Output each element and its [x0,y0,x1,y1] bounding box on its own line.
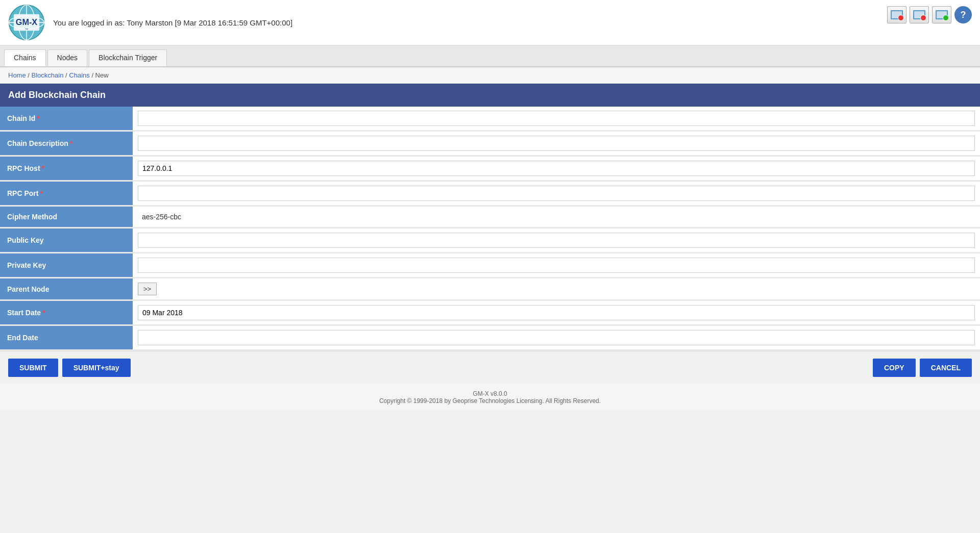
header-icon-group: ? [887,6,972,23]
footer-right-buttons: COPY CANCEL [873,359,972,377]
input-cell-rpc-port [133,181,980,206]
start-date-input[interactable] [138,305,975,320]
required-indicator: * [70,139,72,147]
input-cell-start-date [133,300,980,325]
input-cell-chain-id [133,107,980,131]
label-public-key: Public Key [0,228,133,253]
screen-remove-button[interactable] [887,6,906,23]
copy-button[interactable]: COPY [873,359,916,377]
form-table: Chain Id* Chain Description* [0,107,980,351]
submit-button[interactable]: SUBMIT [8,359,58,377]
label-rpc-host: RPC Host* [0,156,133,181]
input-cell-private-key [133,253,980,278]
app-copyright: Copyright © 1999-2018 by Geoprise Techno… [6,397,974,404]
breadcrumb-new: New [95,71,109,79]
help-button[interactable]: ? [954,6,972,23]
label-end-date: End Date [0,325,133,350]
required-indicator: * [42,309,45,317]
end-date-input[interactable] [138,330,975,345]
form-row-rpc-host: RPC Host* [0,156,980,181]
input-cell-parent-node: >> [133,278,980,300]
label-private-key: Private Key [0,253,133,278]
app-footer: GM-X v8.0.0 Copyright © 1999-2018 by Geo… [0,384,980,411]
form-row-rpc-port: RPC Port* [0,181,980,206]
chain-description-input[interactable] [138,136,975,151]
breadcrumb-blockchain[interactable]: Blockchain [32,71,64,79]
tabs-bar: Chains Nodes Blockchain Trigger [0,45,980,67]
breadcrumb-home[interactable]: Home [8,71,26,79]
breadcrumb-chains[interactable]: Chains [69,71,89,79]
form-row-parent-node: Parent Node >> [0,278,980,300]
form-row-private-key: Private Key [0,253,980,278]
remove-badge-icon [898,15,904,21]
form-row-cipher-method: Cipher Method aes-256-cbc [0,206,980,228]
tab-nodes[interactable]: Nodes [47,49,87,66]
input-cell-end-date [133,325,980,350]
footer-left-buttons: SUBMIT SUBMIT+stay [8,359,131,377]
cancel-button[interactable]: CANCEL [920,359,972,377]
form-section: Add Blockchain Chain Chain Id* Chain Des… [0,84,980,351]
rpc-host-input[interactable] [138,161,975,176]
form-row-end-date: End Date [0,325,980,350]
submit-stay-button[interactable]: SUBMIT+stay [62,359,131,377]
add-badge-icon [943,15,949,21]
input-cell-chain-description [133,131,980,156]
input-cell-rpc-host [133,156,980,181]
form-title: Add Blockchain Chain [0,84,980,107]
required-indicator: * [42,164,44,172]
parent-node-lookup-button[interactable]: >> [138,283,157,295]
label-start-date: Start Date* [0,300,133,325]
app-version: GM-X v8.0.0 [6,390,974,397]
main-content: Add Blockchain Chain Chain Id* Chain Des… [0,84,980,384]
login-status: You are logged in as: Tony Marston [9 Ma… [53,18,292,27]
breadcrumb-sep3: / [91,71,95,79]
cipher-method-value: aes-256-cbc [138,210,185,224]
required-indicator: * [37,114,39,122]
form-row-start-date: Start Date* [0,300,980,325]
screen-add-button[interactable] [932,6,951,23]
rpc-port-input[interactable] [138,186,975,201]
label-chain-id: Chain Id* [0,107,133,131]
breadcrumb-sep1: / [28,71,31,79]
private-key-input[interactable] [138,258,975,273]
label-rpc-port: RPC Port* [0,181,133,206]
form-row-chain-description: Chain Description* [0,131,980,156]
svg-text:™: ™ [25,28,28,31]
remove-badge2-icon [920,15,926,21]
form-row-public-key: Public Key [0,228,980,253]
breadcrumb: Home / Blockchain / Chains / New [0,67,980,84]
footer-bar: SUBMIT SUBMIT+stay COPY CANCEL [0,351,980,384]
label-cipher-method: Cipher Method [0,206,133,228]
form-row-chain-id: Chain Id* [0,107,980,131]
public-key-input[interactable] [138,233,975,248]
screen-remove2-button[interactable] [910,6,929,23]
required-indicator: * [40,189,42,197]
tab-blockchain-trigger[interactable]: Blockchain Trigger [89,49,167,66]
header: GM-X ™ You are logged in as: Tony Marsto… [0,0,980,45]
svg-text:GM-X: GM-X [16,17,37,27]
label-parent-node: Parent Node [0,278,133,300]
logo: GM-X ™ [8,4,45,41]
input-cell-public-key [133,228,980,253]
tab-chains[interactable]: Chains [4,49,46,66]
chain-id-input[interactable] [138,111,975,126]
input-cell-cipher-method: aes-256-cbc [133,206,980,228]
label-chain-description: Chain Description* [0,131,133,156]
